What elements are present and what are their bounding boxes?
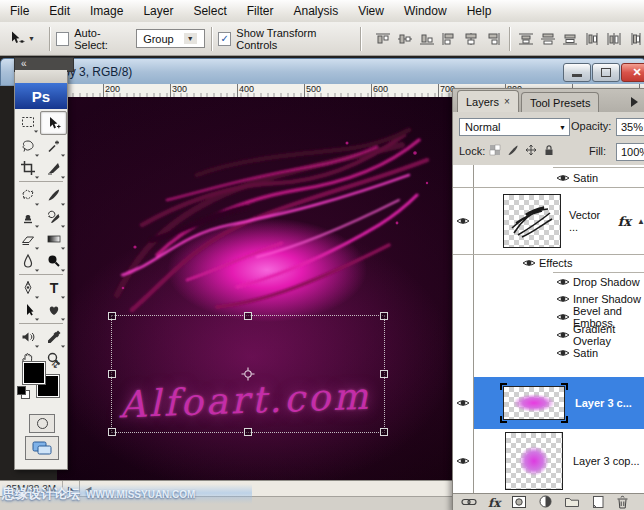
horizontal-scrollbar-track[interactable] [0,496,452,510]
lock-all-icon[interactable] [543,144,555,158]
audio-annotation-tool[interactable] [15,326,41,348]
effects-header-row[interactable]: Effects [453,253,644,272]
distribute-top-edges-button[interactable] [518,32,534,46]
collapse-effects-icon[interactable]: ▲ [637,217,644,226]
transform-handle-n[interactable] [244,312,252,320]
align-left-edges-button[interactable] [441,32,457,46]
gradient-tool[interactable] [41,228,67,250]
transform-handle-w[interactable] [108,370,116,378]
auto-select-checkbox[interactable] [56,32,69,46]
effect-row-gradient-overlay[interactable]: Gradient Overlay [553,326,644,344]
scroll-left-arrow-icon[interactable]: ◀ [80,485,96,494]
visibility-eye-icon[interactable] [553,173,573,183]
close-button[interactable]: ✕ [621,63,644,82]
show-transform-checkbox[interactable]: ✓ [218,32,231,46]
layer-row-layer3cop[interactable]: Layer 3 cop... [453,429,644,493]
new-layer-icon[interactable] [591,495,605,510]
fx-badge[interactable]: fx [618,214,631,229]
eyedropper-tool[interactable] [41,326,67,348]
magic-wand-tool[interactable] [41,135,67,157]
transform-handle-nw[interactable] [108,312,116,320]
panel-menu-icon[interactable] [631,97,643,107]
fill-input[interactable]: 100% [616,143,644,161]
align-top-edges-button[interactable] [375,32,391,46]
visibility-eye-icon[interactable] [453,216,473,226]
effect-row-satin-top[interactable]: Satin [553,167,644,188]
align-right-edges-button[interactable] [485,32,501,46]
align-horizontal-centers-button[interactable] [463,32,479,46]
visibility-eye-icon[interactable] [553,294,573,304]
move-tool[interactable] [40,111,67,135]
lock-position-icon[interactable] [525,144,537,158]
rectangular-marquee-tool[interactable] [15,111,40,133]
menu-help[interactable]: Help [457,1,502,21]
align-bottom-edges-button[interactable] [419,32,435,46]
new-group-icon[interactable] [564,495,580,510]
menu-edit[interactable]: Edit [39,1,80,21]
quick-mask-mode-button[interactable] [29,414,55,433]
healing-brush-tool[interactable] [15,184,41,206]
visibility-eye-icon[interactable] [553,348,573,358]
distribute-bottom-edges-button[interactable] [562,32,578,46]
foreground-color-swatch[interactable] [23,362,45,384]
auto-select-scope-dropdown[interactable]: Group ▼ [136,29,205,48]
toolbox-drag-bar[interactable] [15,70,67,84]
visibility-eye-icon[interactable] [519,258,539,268]
layer-mask-icon[interactable] [511,495,527,510]
adjustment-layer-icon[interactable] [538,494,553,510]
custom-shape-tool[interactable] [41,299,67,321]
eraser-tool[interactable] [15,228,41,250]
transform-bounding-box[interactable] [111,315,385,433]
layer-row-layer3c-selected[interactable]: Layer 3 c... [453,377,644,429]
menu-image[interactable]: Image [80,1,133,21]
dodge-tool[interactable] [41,250,67,272]
lock-transparency-icon[interactable] [489,144,501,158]
layer-thumbnail[interactable] [505,432,563,490]
visibility-eye-icon[interactable] [453,456,473,466]
screen-mode-button[interactable] [25,436,59,460]
default-colors-icon[interactable] [17,386,29,398]
delete-layer-icon[interactable] [616,495,629,510]
distribute-vertical-centers-button[interactable] [540,32,556,46]
menu-layer[interactable]: Layer [133,1,183,21]
menu-filter[interactable]: Filter [237,1,284,21]
visibility-eye-icon[interactable] [453,398,473,408]
layer-row-vector[interactable]: Vector ... fx ▲ [453,187,644,255]
link-layers-icon[interactable] [461,495,477,510]
visibility-eye-icon[interactable] [553,330,573,340]
close-icon[interactable]: × [504,96,510,107]
pen-tool[interactable] [15,277,41,299]
minimize-button[interactable] [563,63,591,82]
document-title-bar[interactable]: py 3, RGB/8) ✕ [0,58,644,86]
visibility-eye-icon[interactable] [553,312,573,322]
distribute-right-edges-button[interactable] [628,32,644,46]
type-tool[interactable]: T [41,277,67,299]
distribute-horizontal-centers-button[interactable] [606,32,622,46]
layer-thumbnail[interactable] [503,194,561,248]
effect-row-satin[interactable]: Satin [553,344,644,362]
lock-pixels-icon[interactable] [507,144,519,158]
transform-handle-ne[interactable] [380,312,388,320]
align-vertical-centers-button[interactable] [397,32,413,46]
menu-analysis[interactable]: Analysis [283,1,348,21]
brush-tool[interactable] [41,184,67,206]
status-menu-arrow-icon[interactable]: ▶ [62,481,80,497]
tab-tool-presets[interactable]: Tool Presets [521,92,600,112]
tab-layers[interactable]: Layers × [457,90,519,112]
restore-button[interactable] [592,63,620,82]
transform-handle-sw[interactable] [108,428,116,436]
transform-reference-point[interactable] [241,367,255,381]
path-selection-tool[interactable] [15,299,41,321]
tool-preset-picker[interactable]: ▼ [0,30,43,48]
opacity-input[interactable]: 35% [616,118,644,136]
menu-select[interactable]: Select [183,1,236,21]
menu-file[interactable]: File [0,1,39,21]
transform-handle-e[interactable] [380,370,388,378]
visibility-eye-icon[interactable] [553,277,573,287]
layer-style-fx-icon[interactable]: fx [488,496,500,510]
menu-view[interactable]: View [348,1,394,21]
lasso-tool[interactable] [15,135,41,157]
layer-thumbnail[interactable] [503,386,565,420]
menu-window[interactable]: Window [394,1,457,21]
transform-handle-s[interactable] [244,428,252,436]
